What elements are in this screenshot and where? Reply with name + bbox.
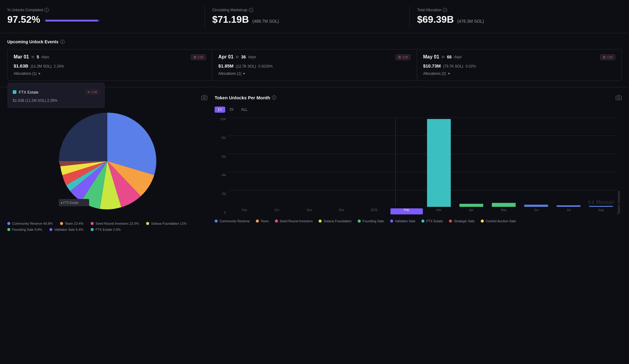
- bar-chart-header: Token Unlocks Per Month i: [215, 94, 622, 101]
- cliff-icon: [193, 56, 196, 59]
- mar-amount: $1.63B (11.2M SOL) 2.28%: [14, 63, 206, 68]
- pie-chart-svg: ● FTX Estate: [50, 110, 165, 213]
- may-cliff-icon: [603, 56, 606, 59]
- bar-legend-solana: Solana Foundation: [319, 219, 351, 223]
- unlock-event-mar: Mar 01 in 5 days Cliff $1.63B (11.2M SOL…: [8, 49, 212, 81]
- bar-legend-ftx: FTX Estate: [421, 219, 443, 223]
- ftx-cliff-badge: Cliff: [85, 89, 99, 95]
- apr-cliff-badge: Cliff: [395, 54, 411, 60]
- svg-text:● FTX Estate: ● FTX Estate: [61, 201, 79, 204]
- charts-row: Allocations i: [0, 87, 629, 239]
- bar-legend-coinlist: Coinlist Auction Sale: [481, 219, 516, 223]
- total-allocation-metric: Total Allocation i $69.39B (476.3M SOL): [417, 5, 614, 28]
- svg-rect-24: [589, 206, 613, 207]
- total-alloc-label: Total Allocation i: [417, 8, 607, 12]
- y-axis-rotated-label: Tokens Unlocked: [617, 117, 622, 214]
- circulating-label: Circulating Marketcap i: [212, 8, 402, 12]
- circulating-marketcap-metric: Circulating Marketcap i $71.19B (488.7M …: [212, 5, 410, 28]
- unlocks-info-icon[interactable]: i: [45, 8, 49, 12]
- time-btn-all[interactable]: ALL: [238, 107, 250, 113]
- unlocks-label: % Unlocks Completed i: [7, 8, 197, 12]
- legend-item-solana: Solana Foundation 11%: [146, 222, 186, 225]
- bar-chart-panel: Token Unlocks Per Month i 1Y 3Y ALL 10M …: [215, 94, 622, 231]
- unlock-event-apr: Apr 01 in 36 days Cliff $1.85M (12.7K SO…: [212, 49, 417, 81]
- circulating-sub: (488.7M SOL): [253, 19, 279, 24]
- legend-item-ftx: FTX Estate 2.5%: [91, 228, 121, 231]
- upcoming-info-icon[interactable]: i: [60, 40, 65, 44]
- svg-rect-23: [557, 205, 580, 207]
- ftx-amount: $1.63B (11.2M SOL) 2.28%: [13, 97, 99, 104]
- mar-date: Mar 01: [14, 54, 29, 60]
- may-allocations-toggle[interactable]: Allocations (2) ▾: [423, 71, 615, 76]
- bar-chart-title: Token Unlocks Per Month i: [215, 95, 276, 100]
- svg-rect-20: [460, 204, 483, 207]
- mar-allocation-dropdown: FTX Estate Cliff $1.63B (11.2M SOL) 2.28…: [8, 83, 105, 108]
- allocations-panel: Allocations i: [7, 94, 207, 231]
- upcoming-section: Upcoming Unlock Events i Mar 01 in 5 day…: [0, 33, 629, 87]
- legend-item-founding: Founding Sale 9.8%: [7, 228, 42, 231]
- bar-legend-founding: Founding Sale: [358, 219, 384, 223]
- legend-item-community: Community Reserve 40.8%: [7, 222, 53, 225]
- legend-item-team: Team 13.4%: [60, 222, 83, 225]
- may-cliff-badge: Cliff: [600, 54, 615, 60]
- apr-amount: $1.85M (12.7K SOL) 0.0026%: [218, 63, 410, 68]
- bar-chart-info-icon[interactable]: i: [272, 95, 276, 100]
- svg-rect-22: [524, 205, 548, 207]
- mar-cliff-badge: Cliff: [191, 54, 206, 60]
- top-metrics-bar: % Unlocks Completed i 97.52% Circulating…: [0, 0, 629, 33]
- legend-item-validator: Validator Sale 5.4%: [49, 228, 83, 231]
- time-btn-3y[interactable]: 3Y: [226, 107, 237, 113]
- bars-svg: [228, 117, 617, 208]
- legend-item-seed: Seed Round Investors 13.3%: [91, 222, 139, 225]
- messari-watermark: Messari: [588, 199, 614, 205]
- bar-chart-camera-icon[interactable]: [616, 94, 622, 101]
- bar-legend-strategic: Strategic Sale: [449, 219, 474, 223]
- total-alloc-value: $69.39B: [417, 14, 454, 25]
- unlock-events-row: Mar 01 in 5 days Cliff $1.63B (11.2M SOL…: [7, 49, 622, 81]
- bar-chart-inner: Sep Oct Nov Dec 2025 Feb Mar Apr May Jun…: [228, 117, 617, 214]
- bar-legend-validator: Validator Sale: [390, 219, 416, 223]
- time-btn-1y[interactable]: 1Y: [215, 107, 225, 113]
- bar-chart-legend: Community Reserve Team Seed Round Invest…: [215, 219, 622, 223]
- ftx-dot: [13, 90, 16, 94]
- feb-label: Feb: [390, 208, 423, 214]
- may-amount: $10.73M (73.7K SOL) 0.02%: [423, 63, 615, 68]
- allocations-camera-icon[interactable]: [201, 94, 207, 101]
- svg-rect-21: [492, 203, 516, 207]
- time-buttons: 1Y 3Y ALL: [215, 107, 622, 113]
- total-alloc-sub: (476.3M SOL): [457, 19, 484, 24]
- circulating-value: $71.19B: [212, 14, 249, 25]
- alloc-item-ftx: FTX Estate Cliff: [13, 87, 99, 97]
- svg-point-4: [203, 97, 206, 99]
- unlocks-progress-fill: [45, 20, 99, 22]
- bar-legend-team: Team: [256, 219, 269, 223]
- unlocks-progress-bar: [45, 20, 100, 22]
- bar-chart-wrapper: 10M 8M 6M 4M 2M 0: [215, 117, 622, 214]
- upcoming-title: Upcoming Unlock Events i: [7, 39, 622, 44]
- apr-allocations-toggle[interactable]: Allocations (1) ▾: [218, 71, 410, 76]
- mar-days-num: 5: [37, 55, 39, 59]
- mar-date-row: Mar 01 in 5 days: [14, 54, 206, 60]
- apr-cliff-icon: [398, 56, 401, 59]
- bar-legend-community: Community Reserve: [215, 219, 250, 223]
- total-alloc-info-icon[interactable]: i: [443, 8, 447, 12]
- y-axis: 10M 8M 6M 4M 2M 0: [215, 117, 228, 214]
- unlocks-value: 97.52%: [7, 14, 40, 25]
- svg-rect-19: [427, 119, 451, 207]
- svg-point-6: [618, 97, 620, 99]
- x-labels: Sep Oct Nov Dec 2025 Feb Mar Apr May Jun…: [228, 208, 617, 214]
- bar-legend-seed: Seed Round Investors: [275, 219, 313, 223]
- unlocks-completed-metric: % Unlocks Completed i 97.52%: [7, 5, 205, 28]
- unlock-event-may: May 01 in 66 days Cliff $10.73M (73.7K S…: [417, 49, 621, 81]
- circulating-info-icon[interactable]: i: [249, 8, 253, 12]
- ftx-cliff-icon: [88, 91, 90, 93]
- mar-allocations-toggle[interactable]: Allocations (1) ▾: [14, 71, 206, 76]
- pie-legend: Community Reserve 40.8% Team 13.4% Seed …: [7, 222, 207, 231]
- pie-chart-container: ● FTX Estate: [7, 107, 207, 216]
